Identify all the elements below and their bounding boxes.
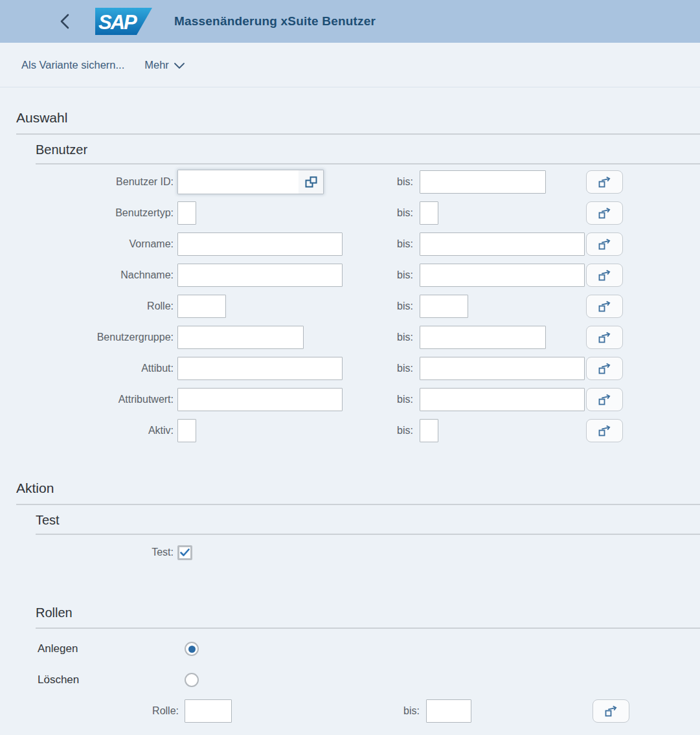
rollen-rolle-from-input[interactable]: [185, 699, 232, 723]
back-button[interactable]: [57, 13, 71, 30]
divider: [36, 163, 700, 164]
bis-label: bis:: [397, 363, 413, 374]
bis-label: bis:: [397, 300, 413, 312]
aktiv-to-input[interactable]: [420, 419, 438, 442]
bis-label: bis:: [397, 269, 413, 281]
divider: [16, 133, 700, 135]
multi-selection-icon: [597, 238, 613, 250]
field-label: Rolle:: [0, 300, 174, 312]
multi-selection-icon: [597, 207, 613, 219]
bis-label: bis:: [397, 238, 413, 250]
field-label: Rolle:: [0, 705, 179, 717]
nachname-to-input[interactable]: [420, 264, 585, 287]
vorname-to-input[interactable]: [420, 232, 585, 256]
form-row-test: Test:: [0, 537, 700, 568]
multi-selection-button[interactable]: [586, 388, 623, 411]
field-label: Attibut:: [0, 363, 174, 374]
attributwert-from-input[interactable]: [177, 388, 343, 411]
divider: [36, 534, 700, 535]
field-label: Aktiv:: [0, 425, 174, 436]
benutzertyp-from-input[interactable]: [177, 201, 196, 225]
field-label: Test:: [0, 547, 174, 558]
benutzer-id-to-input[interactable]: [420, 170, 546, 194]
rollen-rolle-to-input[interactable]: [426, 699, 471, 723]
action-toolbar: Als Variante sichern... Mehr: [0, 43, 700, 87]
attibut-from-input[interactable]: [177, 357, 343, 380]
multi-selection-button[interactable]: [586, 419, 623, 442]
benutzer-form: Benutzer ID: bis:: [0, 166, 700, 446]
section-title-aktion: Aktion: [16, 480, 700, 497]
benutzergruppe-from-input[interactable]: [177, 326, 304, 349]
multi-selection-icon: [597, 176, 613, 188]
divider: [16, 504, 700, 505]
rolle-from-input[interactable]: [177, 295, 226, 318]
divider: [36, 628, 700, 629]
form-row-rolle: Rolle: bis:: [0, 291, 700, 322]
form-row-vorname: Vorname: bis:: [0, 229, 700, 260]
radio-label: Löschen: [38, 673, 185, 686]
multi-selection-icon: [604, 705, 619, 717]
bis-label: bis:: [403, 705, 420, 717]
main-content: Auswahl Benutzer Benutzer ID: bis:: [0, 109, 700, 727]
multi-selection-icon: [597, 332, 613, 343]
multi-selection-button[interactable]: [586, 170, 623, 194]
bis-label: bis:: [397, 207, 413, 219]
multi-selection-icon: [597, 300, 613, 312]
bis-label: bis:: [397, 332, 413, 343]
multi-selection-button[interactable]: [586, 326, 623, 349]
group-title-test: Test: [36, 512, 700, 528]
value-help-button[interactable]: [299, 170, 323, 194]
more-menu-button[interactable]: Mehr: [144, 59, 185, 71]
bis-label: bis:: [397, 176, 413, 188]
multi-selection-button[interactable]: [586, 232, 623, 256]
loeschen-radio[interactable]: [185, 673, 199, 687]
form-row-rollen-rolle: Rolle: bis:: [0, 695, 700, 727]
chevron-left-icon: [60, 14, 69, 29]
form-row-nachname: Nachname: bis:: [0, 260, 700, 291]
vorname-from-input[interactable]: [177, 232, 343, 256]
radio-row-anlegen: Anlegen: [0, 633, 700, 664]
multi-selection-button[interactable]: [586, 295, 623, 318]
multi-selection-button[interactable]: [586, 201, 623, 225]
attibut-to-input[interactable]: [420, 357, 585, 380]
chevron-down-icon: [174, 63, 185, 69]
rollen-form: Anlegen Löschen Rolle: bis:: [0, 633, 700, 727]
radio-label: Anlegen: [38, 642, 185, 655]
test-checkbox[interactable]: [177, 545, 192, 560]
rolle-to-input[interactable]: [420, 295, 468, 318]
form-row-benutzergruppe: Benutzergruppe: bis:: [0, 322, 700, 353]
anlegen-radio[interactable]: [185, 642, 199, 656]
sap-logo: SAP: [95, 8, 152, 35]
app-header: SAP Massenänderung xSuite Benutzer: [0, 0, 700, 43]
multi-selection-button[interactable]: [593, 699, 629, 723]
page-title: Massenänderung xSuite Benutzer: [174, 14, 376, 28]
form-row-attibut: Attibut: bis:: [0, 353, 700, 384]
section-title-auswahl: Auswahl: [16, 109, 700, 126]
multi-selection-button[interactable]: [586, 357, 623, 380]
aktiv-from-input[interactable]: [177, 419, 196, 442]
field-label: Attributwert:: [0, 394, 174, 405]
field-label: Benutzergruppe:: [0, 332, 174, 343]
multi-selection-icon: [597, 394, 613, 405]
field-label: Benutzertyp:: [0, 207, 174, 219]
multi-selection-icon: [597, 425, 613, 436]
bis-label: bis:: [397, 394, 413, 405]
group-title-benutzer: Benutzer: [36, 141, 700, 158]
nachname-from-input[interactable]: [177, 264, 343, 287]
bis-label: bis:: [397, 425, 413, 436]
multi-selection-button[interactable]: [586, 264, 623, 287]
form-row-benutzer-id: Benutzer ID: bis:: [0, 166, 700, 198]
multi-selection-icon: [597, 363, 613, 374]
attributwert-to-input[interactable]: [420, 388, 585, 411]
benutzergruppe-to-input[interactable]: [420, 326, 546, 349]
benutzertyp-to-input[interactable]: [420, 201, 438, 225]
field-label: Benutzer ID:: [0, 176, 174, 188]
value-help-icon: [305, 176, 317, 188]
radio-row-loeschen: Löschen: [0, 664, 700, 695]
benutzer-id-from-input[interactable]: [178, 170, 299, 194]
form-row-benutzertyp: Benutzertyp: bis:: [0, 198, 700, 229]
field-label: Vorname:: [0, 238, 174, 250]
save-as-variant-button[interactable]: Als Variante sichern...: [21, 59, 124, 71]
svg-text:SAP: SAP: [98, 11, 137, 34]
benutzer-id-from-field: [177, 170, 324, 194]
